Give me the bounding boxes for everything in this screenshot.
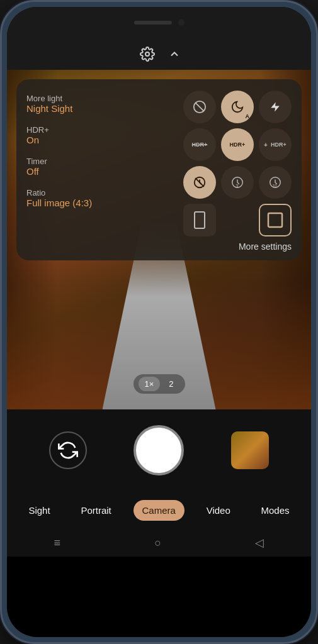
hdr-setting: HDR+ On — [26, 125, 177, 145]
hdr-plus-button[interactable]: +HDR+ — [259, 128, 292, 161]
more-settings-row: More settings — [26, 242, 292, 252]
chevron-up-icon — [168, 48, 181, 60]
flash-off-icon — [193, 100, 207, 114]
svg-text:10: 10 — [272, 184, 277, 188]
collapse-button[interactable] — [166, 45, 183, 63]
svg-text:+: + — [264, 142, 268, 148]
hdr-value: On — [26, 135, 177, 145]
svg-point-0 — [145, 52, 149, 56]
ratio-value: Full image (4:3) — [26, 197, 177, 208]
shutter-inner — [138, 430, 179, 471]
timer-3s-icon: 3 — [230, 175, 244, 189]
timer-10s-button[interactable]: 10 — [259, 166, 292, 199]
hdr-off-label: HDR+ — [192, 142, 208, 148]
settings-labels: More light Night Sight HDR+ On Timer Off — [26, 91, 177, 236]
ratio-label: Ratio — [26, 188, 177, 197]
phone-frame: More light Night Sight HDR+ On Timer Off — [0, 0, 318, 644]
zoom-1x-button[interactable]: 1× — [138, 377, 160, 391]
mode-portrait-button[interactable]: Portrait — [72, 500, 120, 521]
auto-label: A — [246, 113, 250, 119]
gear-icon — [140, 47, 155, 62]
zoom-2x-button[interactable]: 2 — [162, 377, 179, 391]
flash-on-icon — [270, 100, 281, 114]
svg-rect-11 — [195, 212, 205, 228]
empty-cell — [221, 204, 254, 236]
timer-label: Timer — [26, 157, 177, 166]
mode-camera-button[interactable]: Camera — [133, 500, 185, 521]
camera-controls-bar — [7, 409, 311, 491]
more-settings-button[interactable]: More settings — [239, 242, 292, 252]
zoom-controls: 1× 2 — [133, 374, 185, 394]
phone-inner: More light Night Sight HDR+ On Timer Off — [7, 7, 311, 637]
modes-bar: Sight Portrait Camera Video Modes — [7, 491, 311, 529]
timer-setting: Timer Off — [26, 157, 177, 177]
svg-marker-3 — [271, 103, 280, 112]
ratio-portrait-button[interactable] — [183, 204, 216, 236]
speaker-grille — [134, 21, 172, 25]
flash-off-button[interactable] — [183, 91, 216, 123]
more-light-setting: More light Night Sight — [26, 94, 177, 114]
timer-value: Off — [26, 166, 177, 177]
ratio-setting: Ratio Full image (4:3) — [26, 188, 177, 208]
plus-icon: + — [264, 142, 270, 148]
nav-menu-button[interactable]: ≡ — [54, 536, 61, 550]
front-camera — [178, 19, 185, 26]
status-bar — [7, 7, 311, 38]
ratio-portrait-icon — [193, 211, 207, 229]
hdr-off-button[interactable]: HDR+ — [183, 128, 216, 161]
flip-camera-button[interactable] — [49, 431, 87, 469]
hdr-auto-label: HDR+ — [230, 142, 246, 148]
svg-rect-12 — [268, 213, 282, 227]
timer-10s-icon: 10 — [268, 175, 282, 189]
hdr-label: HDR+ — [26, 125, 177, 135]
svg-text:3: 3 — [236, 183, 238, 189]
ratio-square-icon — [267, 212, 283, 228]
camera-viewfinder: More light Night Sight HDR+ On Timer Off — [7, 70, 311, 409]
settings-button[interactable] — [135, 42, 159, 66]
flip-camera-icon — [58, 440, 78, 460]
shutter-button[interactable] — [133, 425, 184, 475]
settings-buttons-grid: A HDR+ — [183, 91, 292, 236]
svg-line-2 — [196, 103, 204, 111]
flash-on-button[interactable] — [259, 91, 292, 123]
more-light-label: More light — [26, 94, 177, 103]
system-nav-bar: ≡ ○ ◁ — [7, 529, 311, 557]
hdr-plus-label: +HDR+ — [264, 142, 287, 148]
night-auto-button[interactable]: A — [221, 91, 254, 123]
mode-sight-button[interactable]: Sight — [20, 500, 59, 521]
viewfinder-background: More light Night Sight HDR+ On Timer Off — [7, 70, 311, 409]
top-controls-bar — [7, 38, 311, 70]
timer-off-icon — [193, 175, 207, 189]
nav-back-button[interactable]: ◁ — [255, 536, 264, 550]
more-light-value: Night Sight — [26, 103, 177, 114]
mode-modes-button[interactable]: Modes — [253, 500, 298, 521]
hdr-auto-button[interactable]: HDR+ — [221, 128, 254, 161]
ratio-square-button[interactable] — [259, 204, 292, 236]
settings-panel: More light Night Sight HDR+ On Timer Off — [16, 79, 302, 260]
nav-home-button[interactable]: ○ — [154, 536, 161, 550]
timer-3s-button[interactable]: 3 — [221, 166, 254, 199]
mode-video-button[interactable]: Video — [198, 500, 239, 521]
settings-grid: More light Night Sight HDR+ On Timer Off — [26, 91, 292, 236]
timer-off-button[interactable] — [183, 166, 216, 199]
last-photo-thumbnail[interactable] — [231, 431, 269, 469]
night-auto-icon — [230, 100, 244, 114]
